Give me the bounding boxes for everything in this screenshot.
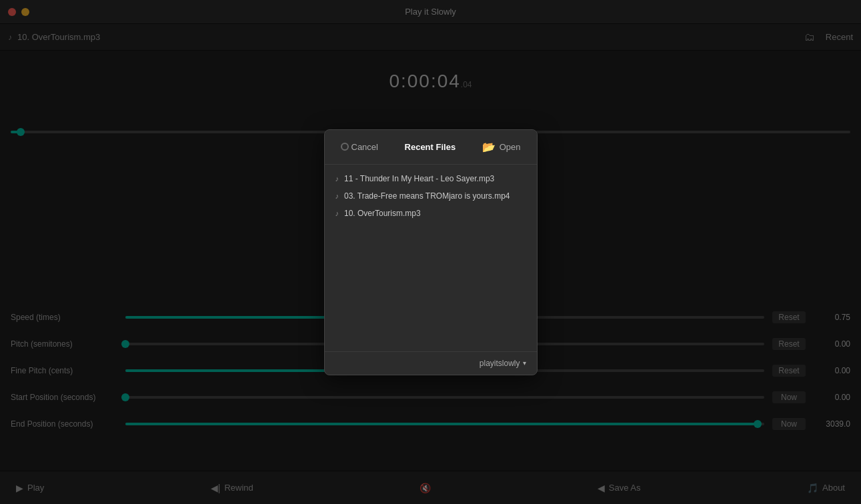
modal-footer: playitslowly ▾ (325, 351, 537, 375)
list-item[interactable]: ♪ 03. Trade-Free means TROMjaro is yours… (325, 187, 537, 205)
file-name-0: 11 - Thunder In My Heart - Leo Sayer.mp3 (344, 174, 494, 183)
file-icon-0: ♪ (335, 175, 339, 183)
list-item[interactable]: ♪ 10. OverTourism.mp3 (325, 205, 537, 222)
dropdown-arrow-icon: ▾ (523, 359, 526, 367)
open-label: Open (500, 142, 521, 152)
recent-files-modal: Cancel Recent Files 📂 Open ♪ 11 - Thunde… (324, 129, 538, 375)
recent-file-list: ♪ 11 - Thunder In My Heart - Leo Sayer.m… (325, 165, 537, 351)
profile-dropdown-button[interactable]: playitslowly ▾ (480, 359, 526, 368)
modal-cancel-button[interactable]: Cancel (335, 139, 383, 155)
profile-label: playitslowly (480, 359, 520, 368)
file-icon-2: ♪ (335, 209, 339, 217)
modal-title: Recent Files (389, 142, 472, 152)
modal-open-button[interactable]: 📂 Open (477, 138, 526, 156)
open-folder-icon: 📂 (482, 141, 496, 153)
modal-header: Cancel Recent Files 📂 Open (325, 130, 537, 165)
cancel-label: Cancel (351, 142, 378, 152)
modal-overlay[interactable]: Cancel Recent Files 📂 Open ♪ 11 - Thunde… (0, 0, 861, 504)
file-name-1: 03. Trade-Free means TROMjaro is yours.m… (344, 191, 510, 201)
file-name-2: 10. OverTourism.mp3 (344, 209, 421, 218)
file-icon-1: ♪ (335, 192, 339, 200)
cancel-radio-icon (341, 143, 349, 151)
list-item[interactable]: ♪ 11 - Thunder In My Heart - Leo Sayer.m… (325, 170, 537, 187)
